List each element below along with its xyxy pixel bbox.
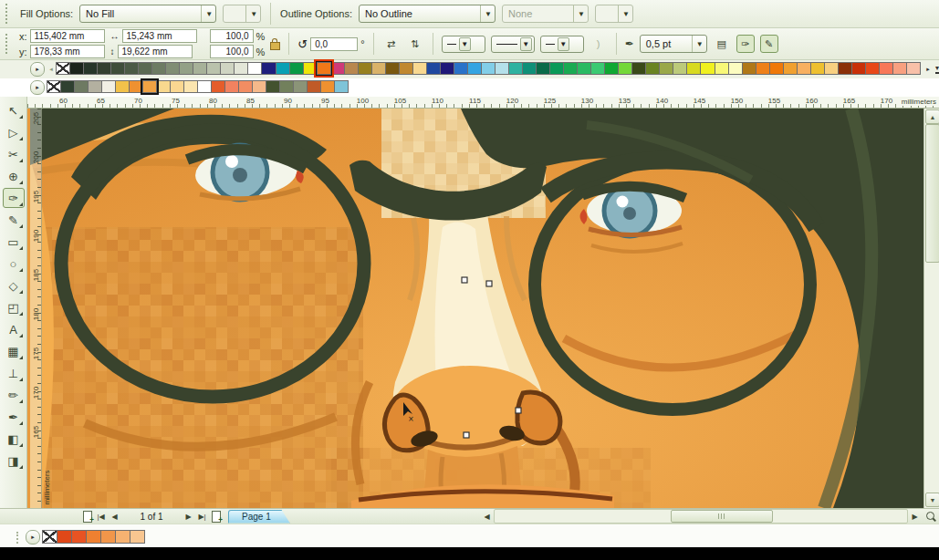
palette-swatch[interactable] [742, 62, 756, 75]
palette-flyout-button[interactable]: ▸ [30, 62, 45, 77]
palette-swatch[interactable] [60, 80, 75, 93]
palette-swatch[interactable] [604, 62, 619, 75]
palette-swatch[interactable] [344, 62, 359, 75]
fill-type-combobox[interactable]: No Fill ▼ [79, 5, 216, 23]
mirror-vertical-button[interactable]: ⇅ [406, 35, 424, 53]
palette-swatch[interactable] [495, 62, 509, 75]
palette-swatch[interactable] [426, 62, 441, 75]
palette-swatch[interactable] [536, 62, 550, 75]
palette-swatch[interactable] [549, 62, 564, 75]
palette-swatch[interactable] [56, 62, 70, 75]
zoom-tool[interactable]: ⊕ [3, 166, 25, 186]
palette-swatch[interactable] [289, 62, 304, 75]
palette-swatch[interactable] [279, 80, 294, 93]
palette-swatch[interactable] [320, 80, 335, 93]
palette-swatch[interactable] [124, 62, 139, 75]
palette-swatch[interactable] [440, 62, 454, 75]
palette-swatch[interactable] [47, 80, 61, 93]
palette-swatch[interactable] [206, 62, 221, 75]
palette-swatch[interactable] [618, 62, 632, 75]
palette-swatch[interactable] [358, 62, 372, 75]
scale-h-field[interactable]: 100,0 [210, 29, 254, 43]
palette-swatch[interactable] [238, 80, 253, 93]
vertical-scrollbar[interactable]: ▲ ▼ [923, 109, 939, 508]
artistic-media-tool[interactable]: ✎ [3, 210, 25, 230]
palette-swatch[interactable] [234, 62, 248, 75]
scroll-right-button[interactable]: ▶ [908, 510, 922, 523]
palette-scroll-left-button[interactable]: ◂ [47, 63, 56, 76]
outline-pen-tool[interactable]: ✒ [3, 407, 25, 427]
palette-swatch[interactable] [74, 80, 89, 93]
palette-flyout-button[interactable]: ▸ [26, 530, 40, 544]
palette-swatch[interactable] [156, 80, 171, 93]
eyedropper-tool[interactable]: ✏ [3, 385, 25, 405]
palette-swatch[interactable] [266, 80, 280, 93]
rectangle-tool[interactable]: ▭ [3, 232, 25, 252]
palette-swatch[interactable] [129, 80, 143, 93]
palette-swatch[interactable] [307, 80, 321, 93]
palette-swatch[interactable] [659, 62, 673, 75]
rotation-angle-field[interactable]: 0,0 [310, 37, 358, 51]
palette-swatch[interactable] [224, 80, 239, 93]
palette-swatch[interactable] [142, 80, 157, 93]
palette-swatch[interactable] [183, 80, 198, 93]
palette-swatch[interactable] [783, 62, 798, 75]
x-position-field[interactable]: 115,402 mm [30, 29, 105, 43]
palette-swatch[interactable] [715, 62, 729, 75]
palette-swatch[interactable] [508, 62, 523, 75]
palette-swatch[interactable] [686, 62, 701, 75]
chevron-down-icon[interactable]: ▼ [692, 36, 704, 52]
add-page-button[interactable] [80, 510, 94, 523]
palette-swatch[interactable] [42, 530, 57, 544]
palette-swatch[interactable] [371, 62, 386, 75]
palette-swatch[interactable] [193, 62, 207, 75]
toolbar-drag-handle[interactable] [5, 4, 10, 24]
end-arrowhead-combobox[interactable]: ▼ [540, 36, 584, 53]
palette-swatch[interactable] [797, 62, 811, 75]
palette-swatch[interactable] [631, 62, 646, 75]
palette-swatch[interactable] [69, 62, 84, 75]
palette-swatch[interactable] [261, 62, 276, 75]
fill-tool[interactable]: ◧ [3, 429, 25, 449]
horizontal-scrollbar-thumb[interactable] [671, 510, 773, 523]
palette-swatch[interactable] [57, 530, 72, 544]
palette-swatch[interactable] [252, 80, 266, 93]
palette-swatch[interactable] [334, 80, 349, 93]
dimension-tool[interactable]: ⊥ [3, 363, 25, 383]
curve-smoothing-toggle-button[interactable]: ✑ [736, 35, 755, 53]
scroll-left-button[interactable]: ◀ [480, 510, 494, 523]
horizontal-scrollbar-track[interactable] [494, 509, 908, 524]
last-page-button[interactable]: ▶| [195, 510, 209, 523]
palette-swatch[interactable] [317, 62, 331, 75]
palette-swatch[interactable] [115, 530, 130, 544]
scale-v-field[interactable]: 100,0 [210, 45, 254, 58]
outline-type-combobox[interactable]: No Outline ▼ [359, 5, 496, 23]
basic-shapes-tool[interactable]: ◰ [3, 297, 25, 317]
line-style-combobox[interactable]: ▼ [491, 36, 535, 53]
ellipse-tool[interactable]: ○ [3, 254, 25, 274]
palette-swatch[interactable] [110, 62, 125, 75]
object-width-field[interactable]: 15,243 mm [122, 29, 197, 43]
chevron-down-icon[interactable]: ▼ [480, 5, 492, 22]
palette-swatch[interactable] [906, 62, 921, 75]
palette-swatch[interactable] [769, 62, 784, 75]
palette-swatch[interactable] [563, 62, 578, 75]
palette-swatch[interactable] [293, 80, 308, 93]
palette-swatch[interactable] [838, 62, 852, 75]
lock-ratio-icon[interactable] [270, 42, 280, 50]
shape-tool[interactable]: ▷ [3, 122, 25, 142]
more-colors-button[interactable]: ▾ [935, 65, 939, 74]
palette-swatch[interactable] [71, 530, 87, 544]
palette-swatch[interactable] [130, 530, 145, 544]
first-page-button[interactable]: |◀ [94, 510, 108, 523]
palette-swatch[interactable] [851, 62, 866, 75]
polygon-tool[interactable]: ◇ [3, 275, 25, 296]
palette-swatch[interactable] [645, 62, 660, 75]
previous-page-button[interactable]: ◀ [108, 510, 121, 523]
palette-swatch[interactable] [115, 80, 130, 93]
palette-scroll-right-button[interactable]: ▸ [923, 63, 933, 76]
scroll-up-button[interactable]: ▲ [925, 109, 939, 124]
object-height-field[interactable]: 19,622 mm [118, 45, 193, 58]
palette-swatch[interactable] [179, 62, 193, 75]
palette-swatch[interactable] [700, 62, 715, 75]
